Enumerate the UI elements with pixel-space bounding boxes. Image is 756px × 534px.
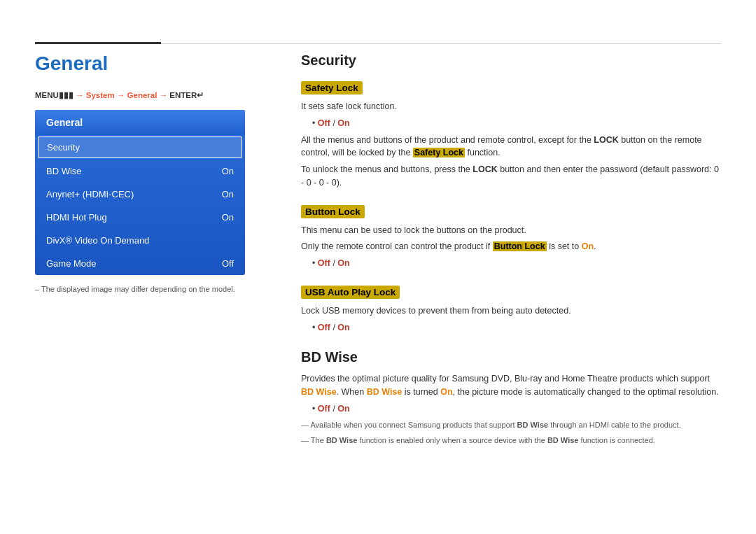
bd-wise-note2-bold2: BD Wise [547, 436, 579, 444]
subsection-button-lock: Button Lock This menu can be used to loc… [301, 205, 721, 270]
subsection-usb-auto-play: USB Auto Play Lock Lock USB memory devic… [301, 286, 721, 335]
bd-wise-note1-bold: BD Wise [517, 421, 549, 429]
safety-lock-desc3: To unlock the menus and buttons, press t… [301, 163, 721, 190]
usb-auto-on: On [337, 323, 349, 332]
section-title-security: Security [301, 52, 721, 69]
sidebar-item-bdwise-value: On [222, 166, 234, 176]
safety-lock-separator: / [330, 118, 337, 128]
button-lock-desc1: This menu can be used to lock the button… [301, 224, 721, 237]
button-lock-bullet: Off / On [312, 257, 721, 270]
safety-lock-title: Safety Lock [301, 81, 363, 94]
bd-wise-note2-bold: BD Wise [326, 436, 358, 444]
top-divider-thin [161, 43, 721, 44]
button-lock-title: Button Lock [301, 205, 365, 218]
lock-bold: LOCK [594, 135, 618, 145]
button-lock-off: Off [318, 258, 330, 268]
sidebar-item-hdmi-label: HDMI Hot Plug [46, 212, 107, 223]
usb-auto-play-title: USB Auto Play Lock [301, 286, 400, 299]
safety-lock-bullet: Off / On [312, 117, 721, 130]
sidebar-item-security[interactable]: Security [38, 136, 242, 158]
sidebar-item-divx[interactable]: DivX® Video On Demand [35, 229, 245, 252]
bd-wise-sep: / [330, 404, 337, 414]
bd-wise-note1: Available when you connect Samsung produ… [301, 419, 721, 432]
usb-auto-off: Off [318, 323, 330, 332]
breadcrumb-system: System [86, 91, 115, 99]
safety-lock-highlight: Safety Lock [413, 148, 465, 157]
breadcrumb: MENU▮▮▮ → System → General → ENTER↵ [35, 90, 252, 100]
sidebar-item-game-mode-label: Game Mode [46, 258, 97, 269]
sidebar-item-game-mode-value: Off [222, 258, 234, 269]
bd-wise-desc: Provides the optimal picture quality for… [301, 372, 721, 399]
button-lock-separator: / [330, 258, 337, 268]
button-lock-highlight: Button Lock [493, 241, 547, 251]
button-lock-on: On [582, 241, 594, 251]
sidebar-item-anynet[interactable]: Anynet+ (HDMI-CEC) On [35, 183, 245, 206]
subsection-bd-wise: BD Wise Provides the optimal picture qua… [301, 349, 721, 447]
page-title: General [35, 52, 252, 75]
sidebar-item-hdmi-hot-plug[interactable]: HDMI Hot Plug On [35, 206, 245, 229]
usb-auto-sep: / [330, 323, 337, 332]
bd-wise-on-val: On [337, 404, 349, 414]
sidebar-note: The displayed image may differ depending… [35, 285, 252, 293]
usb-auto-play-desc: Lock USB memory devices to prevent them … [301, 304, 721, 318]
bd-wise-title: BD Wise [301, 349, 721, 365]
bd-wise-on: On [440, 387, 452, 397]
breadcrumb-general: General [127, 91, 158, 99]
breadcrumb-menu: MENU [35, 91, 59, 99]
sidebar-item-game-mode[interactable]: Game Mode Off [35, 252, 245, 275]
usb-auto-play-bullet: Off / On [312, 321, 721, 335]
safety-lock-on: On [337, 118, 349, 128]
subsection-safety-lock: Safety Lock It sets safe lock function. … [301, 81, 721, 190]
top-divider-thick [35, 42, 161, 44]
sidebar-item-security-label: Security [47, 142, 80, 153]
safety-lock-off: Off [318, 118, 330, 128]
breadcrumb-enter-icon: ↵ [197, 91, 204, 99]
sidebar-menu: General Security BD Wise On Anynet+ (HDM… [35, 110, 245, 275]
sidebar-item-divx-label: DivX® Video On Demand [46, 235, 149, 246]
lock-bold2: LOCK [472, 164, 497, 174]
sidebar-item-anynet-label: Anynet+ (HDMI-CEC) [46, 189, 134, 199]
breadcrumb-menu-icon: ▮▮▮ [59, 91, 74, 99]
sidebar-item-hdmi-value: On [222, 212, 234, 223]
sidebar-item-bdwise[interactable]: BD Wise On [35, 160, 245, 183]
breadcrumb-arrow2: → [117, 91, 127, 99]
breadcrumb-arrow3: → [160, 91, 170, 99]
sidebar-item-bdwise-label: BD Wise [46, 166, 82, 176]
breadcrumb-enter: ENTER [169, 91, 197, 99]
bd-wise-off: Off [318, 404, 330, 414]
sidebar-header: General [35, 110, 245, 135]
bd-wise-note2: The BD Wise function is enabled only whe… [301, 435, 721, 447]
bd-wise-bold1: BD Wise [301, 387, 337, 397]
safety-lock-desc2: All the menus and buttons of the product… [301, 134, 721, 160]
bd-wise-bullet: Off / On [312, 402, 721, 416]
right-panel: Security Safety Lock It sets safe lock f… [301, 52, 721, 463]
button-lock-on-val: On [337, 258, 349, 268]
sidebar-item-anynet-value: On [222, 189, 234, 199]
button-lock-desc2: Only the remote control can control the … [301, 240, 721, 253]
bd-wise-bold2: BD Wise [367, 387, 402, 397]
left-panel: General MENU▮▮▮ → System → General → ENT… [35, 52, 252, 293]
breadcrumb-arrow1: → [76, 91, 86, 99]
safety-lock-desc1: It sets safe lock function. [301, 100, 721, 113]
